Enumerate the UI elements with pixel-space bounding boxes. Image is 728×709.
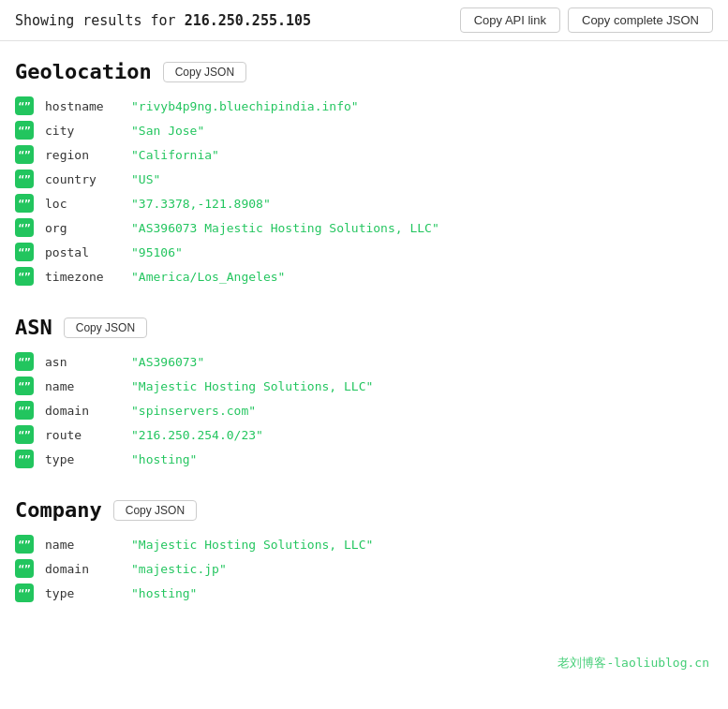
copy-complete-json-button[interactable]: Copy complete JSON xyxy=(568,7,713,33)
table-row: “”region"California" xyxy=(15,145,713,164)
asn-section: ASN Copy JSON “”asn"AS396073"“”name"Maje… xyxy=(15,316,713,468)
field-value: "AS396073" xyxy=(131,355,204,369)
field-key: region xyxy=(45,148,120,162)
table-row: “”type"hosting" xyxy=(15,583,713,602)
geolocation-title: Geolocation xyxy=(15,60,152,83)
field-key: type xyxy=(45,452,120,466)
field-key: city xyxy=(45,124,120,138)
asn-title: ASN xyxy=(15,316,52,339)
geolocation-copy-json-button[interactable]: Copy JSON xyxy=(163,62,246,82)
company-title: Company xyxy=(15,498,102,522)
quote-icon: “” xyxy=(15,243,34,261)
quote-icon: “” xyxy=(15,559,34,578)
field-value: "37.3378,-121.8908" xyxy=(131,197,271,211)
company-header: Company Copy JSON xyxy=(15,498,713,522)
asn-header: ASN Copy JSON xyxy=(15,316,713,339)
table-row: “”hostname"rivyb4p9ng.bluechipindia.info… xyxy=(15,96,713,115)
quote-icon: “” xyxy=(15,425,34,444)
quote-icon: “” xyxy=(15,535,34,554)
quote-icon: “” xyxy=(15,450,34,468)
table-row: “”name"Majestic Hosting Solutions, LLC" xyxy=(15,535,713,554)
field-value: "spinservers.com" xyxy=(131,404,256,418)
field-value: "Majestic Hosting Solutions, LLC" xyxy=(131,379,373,393)
table-row: “”country"US" xyxy=(15,170,713,188)
field-value: "US" xyxy=(131,172,160,186)
top-bar-buttons: Copy API link Copy complete JSON xyxy=(460,7,713,33)
field-value: "Majestic Hosting Solutions, LLC" xyxy=(131,538,373,552)
geolocation-fields: “”hostname"rivyb4p9ng.bluechipindia.info… xyxy=(15,96,713,286)
company-section: Company Copy JSON “”name"Majestic Hostin… xyxy=(15,498,713,602)
table-row: “”name"Majestic Hosting Solutions, LLC" xyxy=(15,377,713,395)
field-key: domain xyxy=(45,562,120,576)
field-key: org xyxy=(45,221,120,235)
top-bar: Showing results for 216.250.255.105 Copy… xyxy=(0,0,728,41)
quote-icon: “” xyxy=(15,583,34,602)
field-value: "California" xyxy=(131,148,219,162)
table-row: “”route"216.250.254.0/23" xyxy=(15,425,713,444)
table-row: “”loc"37.3378,-121.8908" xyxy=(15,194,713,213)
quote-icon: “” xyxy=(15,121,34,140)
main-content: Geolocation Copy JSON “”hostname"rivyb4p… xyxy=(0,41,728,651)
field-key: name xyxy=(45,379,120,393)
field-key: timezone xyxy=(45,270,120,284)
field-key: name xyxy=(45,538,120,552)
quote-icon: “” xyxy=(15,194,34,213)
company-fields: “”name"Majestic Hosting Solutions, LLC"“… xyxy=(15,535,713,602)
quote-icon: “” xyxy=(15,377,34,395)
quote-icon: “” xyxy=(15,170,34,188)
field-value: "hosting" xyxy=(131,586,197,600)
table-row: “”domain"spinservers.com" xyxy=(15,401,713,420)
table-row: “”city"San Jose" xyxy=(15,121,713,140)
geolocation-header: Geolocation Copy JSON xyxy=(15,60,713,83)
field-key: route xyxy=(45,428,120,442)
geolocation-section: Geolocation Copy JSON “”hostname"rivyb4p… xyxy=(15,60,713,286)
quote-icon: “” xyxy=(15,267,34,286)
table-row: “”type"hosting" xyxy=(15,450,713,468)
table-row: “”timezone"America/Los_Angeles" xyxy=(15,267,713,286)
quote-icon: “” xyxy=(15,145,34,164)
field-value: "hosting" xyxy=(131,452,197,466)
quote-icon: “” xyxy=(15,401,34,420)
field-value: "95106" xyxy=(131,245,183,259)
table-row: “”asn"AS396073" xyxy=(15,352,713,371)
quote-icon: “” xyxy=(15,352,34,371)
copy-api-link-button[interactable]: Copy API link xyxy=(460,7,560,33)
table-row: “”domain"majestic.jp" xyxy=(15,559,713,578)
table-row: “”org"AS396073 Majestic Hosting Solution… xyxy=(15,218,713,237)
field-key: postal xyxy=(45,245,120,259)
title-prefix: Showing results for xyxy=(15,12,185,29)
field-key: asn xyxy=(45,355,120,369)
field-value: "rivyb4p9ng.bluechipindia.info" xyxy=(131,99,359,113)
field-key: hostname xyxy=(45,99,120,113)
field-key: country xyxy=(45,172,120,186)
results-title: Showing results for 216.250.255.105 xyxy=(15,12,311,29)
table-row: “”postal"95106" xyxy=(15,243,713,261)
ip-address: 216.250.255.105 xyxy=(185,12,311,29)
field-value: "216.250.254.0/23" xyxy=(131,428,263,442)
field-key: domain xyxy=(45,404,120,418)
field-value: "majestic.jp" xyxy=(131,562,227,576)
asn-fields: “”asn"AS396073"“”name"Majestic Hosting S… xyxy=(15,352,713,468)
quote-icon: “” xyxy=(15,218,34,237)
field-key: loc xyxy=(45,197,120,211)
field-value: "AS396073 Majestic Hosting Solutions, LL… xyxy=(131,221,439,235)
asn-copy-json-button[interactable]: Copy JSON xyxy=(64,318,147,338)
field-key: type xyxy=(45,586,120,600)
quote-icon: “” xyxy=(15,96,34,115)
field-value: "America/Los_Angeles" xyxy=(131,270,285,284)
field-value: "San Jose" xyxy=(131,124,204,138)
company-copy-json-button[interactable]: Copy JSON xyxy=(113,500,197,521)
